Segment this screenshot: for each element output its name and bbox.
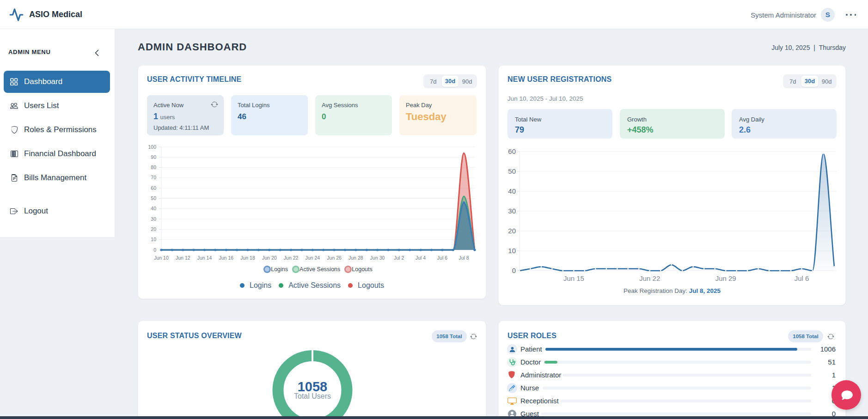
svg-text:Jul 4: Jul 4 (416, 255, 426, 261)
svg-text:Jun 30: Jun 30 (370, 255, 385, 261)
svg-text:40: 40 (151, 206, 156, 211)
svg-text:Jun 16: Jun 16 (219, 255, 234, 261)
svg-text:40: 40 (508, 187, 516, 195)
svg-text:Jun 12: Jun 12 (176, 255, 190, 261)
svg-text:Jun 20: Jun 20 (262, 255, 277, 261)
svg-text:Jun 24: Jun 24 (306, 255, 320, 261)
svg-text:30: 30 (151, 216, 156, 222)
svg-text:0: 0 (512, 267, 516, 274)
svg-text:80: 80 (151, 164, 156, 170)
svg-text:Jun 26: Jun 26 (327, 255, 342, 261)
svg-text:100: 100 (148, 144, 156, 150)
svg-text:50: 50 (151, 195, 156, 201)
svg-text:0: 0 (153, 247, 156, 253)
svg-text:20: 20 (151, 226, 156, 232)
svg-text:20: 20 (508, 227, 516, 235)
svg-text:Jun 18: Jun 18 (240, 255, 255, 261)
svg-text:10: 10 (508, 247, 516, 255)
svg-text:Jun 29: Jun 29 (715, 274, 736, 282)
svg-text:Jun 10: Jun 10 (154, 255, 169, 261)
svg-text:Jun 28: Jun 28 (348, 255, 363, 261)
svg-text:70: 70 (151, 175, 156, 180)
svg-text:Jul 2: Jul 2 (394, 255, 404, 261)
svg-text:30: 30 (508, 207, 516, 215)
svg-text:Total Users: Total Users (294, 392, 331, 400)
svg-text:60: 60 (151, 185, 156, 191)
svg-text:10: 10 (151, 237, 156, 242)
svg-text:Jul 6: Jul 6 (437, 255, 447, 261)
svg-text:Jun 14: Jun 14 (197, 255, 212, 261)
svg-text:90: 90 (151, 154, 156, 160)
svg-text:60: 60 (508, 147, 516, 155)
svg-text:Jun 15: Jun 15 (563, 274, 584, 282)
svg-text:50: 50 (508, 167, 516, 175)
svg-text:Jun 22: Jun 22 (284, 255, 299, 261)
svg-text:Jun 22: Jun 22 (639, 274, 660, 282)
svg-text:Jul 8: Jul 8 (459, 255, 469, 261)
svg-text:Jul 6: Jul 6 (795, 274, 809, 282)
